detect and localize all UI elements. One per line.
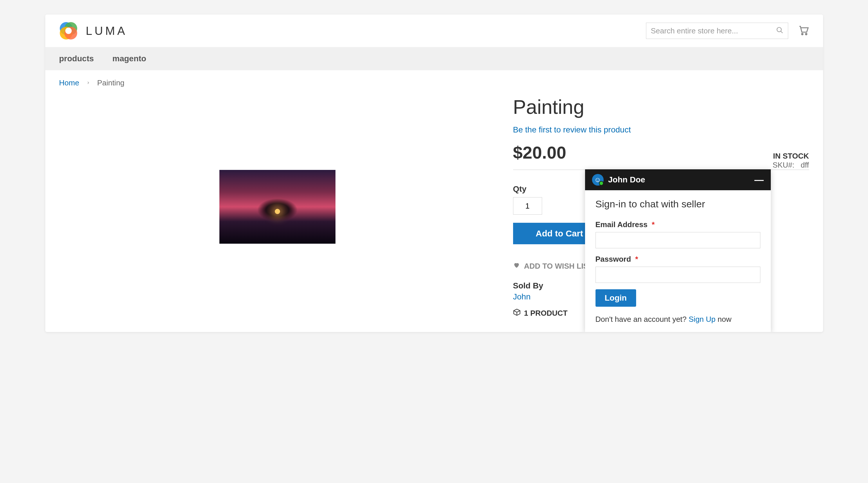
password-field-wrap: Password *	[595, 255, 760, 283]
required-marker: *	[635, 255, 638, 263]
sku: SKU#: dff	[773, 161, 809, 170]
svg-point-7	[802, 33, 803, 35]
signup-prompt: Don't have an account yet? Sign Up now	[595, 315, 760, 324]
review-link[interactable]: Be the first to review this product	[513, 125, 631, 135]
chat-header-left: ☺ John Doe	[592, 174, 645, 186]
header-right	[646, 23, 809, 39]
svg-point-4	[65, 28, 72, 34]
chat-seller-name: John Doe	[608, 175, 645, 184]
product-price: $20.00	[513, 143, 566, 163]
svg-point-8	[805, 33, 807, 35]
stock-wrap: IN STOCK SKU#: dff	[773, 151, 809, 170]
chat-widget: ☺ John Doe — Sign-in to chat with seller…	[585, 169, 771, 332]
search-input[interactable]	[646, 23, 788, 39]
box-icon	[513, 308, 521, 318]
email-input[interactable]	[595, 232, 760, 248]
product-title: Painting	[513, 95, 809, 118]
soldby-name[interactable]: John	[513, 292, 531, 302]
chat-avatar-icon: ☺	[592, 174, 603, 186]
search-icon[interactable]	[776, 26, 783, 35]
brand-name: LUMA	[86, 24, 127, 37]
product-image[interactable]	[219, 170, 336, 244]
password-input[interactable]	[595, 266, 760, 283]
minimize-icon[interactable]: —	[754, 175, 764, 184]
chat-body: Sign-in to chat with seller Email Addres…	[585, 190, 771, 332]
wishlist-label: ADD TO WISH LIST	[524, 262, 593, 271]
sku-value: dff	[801, 161, 809, 169]
nav-item-magento[interactable]: magento	[112, 54, 146, 63]
chevron-right-icon	[86, 80, 90, 86]
heart-icon	[513, 262, 520, 271]
breadcrumbs: Home Painting	[45, 70, 823, 95]
nav-item-products[interactable]: products	[59, 54, 94, 63]
logo-mark	[59, 22, 78, 40]
password-label: Password *	[595, 255, 760, 264]
chat-header[interactable]: ☺ John Doe —	[585, 169, 771, 190]
product-gallery	[59, 95, 496, 318]
sku-label: SKU#:	[773, 161, 794, 169]
breadcrumb-home[interactable]: Home	[59, 78, 79, 87]
qty-input[interactable]	[513, 197, 542, 215]
svg-line-6	[781, 31, 783, 33]
page-wrapper: LUMA products magento Home Painting	[45, 15, 823, 332]
email-label: Email Address *	[595, 220, 760, 229]
svg-point-5	[777, 27, 781, 32]
signup-link[interactable]: Sign Up	[689, 315, 716, 323]
email-field-wrap: Email Address *	[595, 220, 760, 248]
header: LUMA	[45, 15, 823, 47]
logo[interactable]: LUMA	[59, 22, 127, 40]
search-wrap	[646, 23, 788, 39]
chat-title: Sign-in to chat with seller	[595, 198, 760, 210]
breadcrumb-current: Painting	[97, 78, 124, 87]
price-row: $20.00 IN STOCK SKU#: dff	[513, 143, 809, 170]
product-count-label: 1 PRODUCT	[524, 309, 568, 318]
cart-icon[interactable]	[798, 24, 809, 37]
topnav: products magento	[45, 47, 823, 70]
login-button[interactable]: Login	[595, 289, 636, 307]
stock-status: IN STOCK	[773, 151, 809, 161]
required-marker: *	[652, 220, 655, 229]
